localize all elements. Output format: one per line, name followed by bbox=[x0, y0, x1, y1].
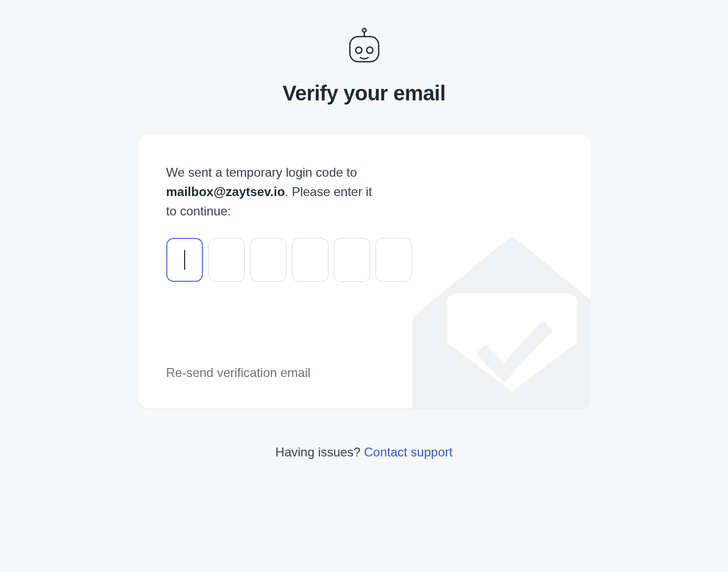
robot-logo-icon bbox=[348, 27, 381, 64]
contact-support-link[interactable]: Contact support bbox=[364, 445, 452, 459]
message-prefix: We sent a temporary login code to bbox=[166, 165, 357, 179]
code-digit-4[interactable] bbox=[292, 238, 328, 282]
svg-point-3 bbox=[356, 47, 362, 53]
resend-email-button[interactable]: Re-send verification email bbox=[166, 365, 311, 380]
text-cursor bbox=[184, 250, 185, 270]
svg-rect-2 bbox=[350, 37, 379, 62]
code-digit-3[interactable] bbox=[250, 238, 287, 282]
code-digit-6[interactable] bbox=[376, 238, 412, 282]
svg-rect-5 bbox=[447, 293, 577, 408]
issues-text: Having issues? bbox=[276, 445, 364, 459]
instruction-message: We sent a temporary login code to mailbo… bbox=[166, 163, 386, 221]
code-digit-5[interactable] bbox=[334, 238, 370, 282]
recipient-email: mailbox@zaytsev.io bbox=[166, 185, 285, 199]
verification-card: We sent a temporary login code to mailbo… bbox=[138, 134, 590, 408]
code-input-group bbox=[166, 238, 562, 282]
footer-help: Having issues? Contact support bbox=[276, 445, 453, 460]
code-digit-2[interactable] bbox=[208, 238, 245, 282]
page-title: Verify your email bbox=[282, 82, 446, 105]
svg-point-4 bbox=[367, 47, 373, 53]
